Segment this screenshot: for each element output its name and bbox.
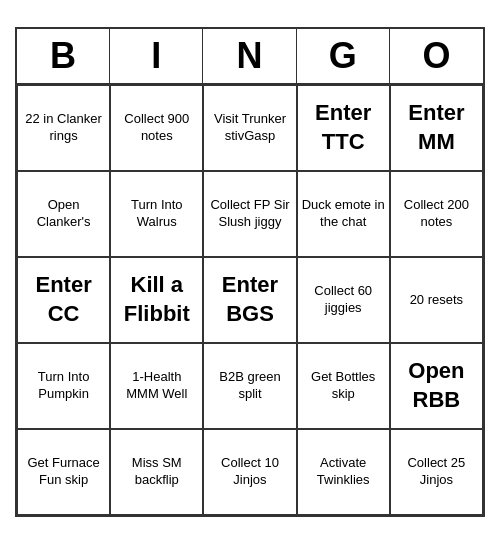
bingo-cell-0: 22 in Clanker rings [17,85,110,171]
bingo-cell-19: Open RBB [390,343,483,429]
bingo-header: BINGO [17,29,483,85]
bingo-letter-i: I [110,29,203,83]
bingo-cell-21: Miss SM backflip [110,429,203,515]
bingo-cell-15: Turn Into Pumpkin [17,343,110,429]
bingo-cell-1: Collect 900 notes [110,85,203,171]
bingo-cell-5: Open Clanker's [17,171,110,257]
bingo-cell-16: 1-Health MMM Well [110,343,203,429]
bingo-cell-22: Collect 10 Jinjos [203,429,296,515]
bingo-letter-o: O [390,29,483,83]
bingo-cell-7: Collect FP Sir Slush jiggy [203,171,296,257]
bingo-cell-2: Visit Trunker stivGasp [203,85,296,171]
bingo-cell-18: Get Bottles skip [297,343,390,429]
bingo-cell-4: Enter MM [390,85,483,171]
bingo-cell-14: 20 resets [390,257,483,343]
bingo-letter-g: G [297,29,390,83]
bingo-cell-3: Enter TTC [297,85,390,171]
bingo-card: BINGO 22 in Clanker ringsCollect 900 not… [15,27,485,517]
bingo-cell-13: Collect 60 jiggies [297,257,390,343]
bingo-letter-n: N [203,29,296,83]
bingo-letter-b: B [17,29,110,83]
bingo-cell-20: Get Furnace Fun skip [17,429,110,515]
bingo-cell-8: Duck emote in the chat [297,171,390,257]
bingo-cell-10: Enter CC [17,257,110,343]
bingo-cell-9: Collect 200 notes [390,171,483,257]
bingo-grid: 22 in Clanker ringsCollect 900 notesVisi… [17,85,483,515]
bingo-cell-12: Enter BGS [203,257,296,343]
bingo-cell-17: B2B green split [203,343,296,429]
bingo-cell-6: Turn Into Walrus [110,171,203,257]
bingo-cell-24: Collect 25 Jinjos [390,429,483,515]
bingo-cell-23: Activate Twinklies [297,429,390,515]
bingo-cell-11: Kill a Flibbit [110,257,203,343]
